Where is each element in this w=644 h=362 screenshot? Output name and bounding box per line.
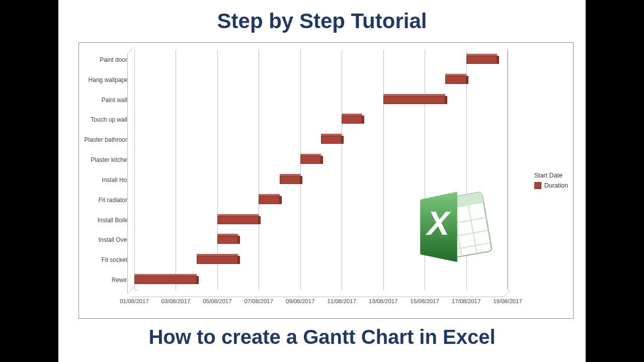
legend-label: Duration <box>544 180 568 191</box>
gantt-bar <box>466 56 498 64</box>
x-tick-label: 05/08/2017 <box>203 298 232 304</box>
x-tick-label: 15/08/2017 <box>410 298 439 304</box>
x-tick-label: 19/08/2017 <box>493 298 522 304</box>
gridline <box>134 50 135 290</box>
plot-sidewall <box>127 46 135 294</box>
y-tick-label: Fit radiators <box>79 197 130 204</box>
gridline <box>383 50 384 290</box>
gantt-bar <box>259 196 279 204</box>
y-axis-labels: RewireFit socketsInstall OvenInstall Boi… <box>79 50 132 290</box>
letterbox-right <box>586 0 644 362</box>
gantt-bar <box>217 216 259 224</box>
y-tick-label: Plaster kitchen <box>79 156 130 163</box>
gridline <box>300 50 301 290</box>
x-tick-label: 11/08/2017 <box>327 298 356 304</box>
x-tick-label: 13/08/2017 <box>369 298 398 304</box>
gantt-bar <box>445 76 466 84</box>
x-tick-label: 09/08/2017 <box>286 298 315 304</box>
gantt-chart: RewireFit socketsInstall OvenInstall Boi… <box>78 42 574 319</box>
y-tick-label: Install Hob <box>79 176 130 184</box>
gridline <box>466 50 467 290</box>
gridline <box>176 50 176 290</box>
y-tick-label: Rewire <box>79 277 130 284</box>
legend-swatch-duration <box>534 182 541 189</box>
gridline <box>508 50 508 290</box>
y-tick-label: Touch up walls <box>79 116 130 123</box>
x-tick-label: 01/08/2017 <box>120 298 149 304</box>
y-tick-label: Paint doors <box>79 56 130 63</box>
y-tick-label: Fit sockets <box>79 256 130 263</box>
x-tick-label: 07/08/2017 <box>245 298 274 304</box>
slide-title: Step by Step Tutorial <box>58 0 586 38</box>
gantt-bar <box>280 176 300 184</box>
gridline <box>425 50 425 290</box>
y-tick-label: Plaster bathroom <box>79 136 130 143</box>
gridline <box>259 50 259 290</box>
gantt-bar <box>383 96 446 104</box>
plot-backwall <box>134 50 508 290</box>
y-tick-label: Install Boiler <box>79 217 130 224</box>
gantt-bar <box>342 116 362 124</box>
x-axis-labels: 01/08/201703/08/201705/08/201707/08/2017… <box>134 293 508 315</box>
gantt-bar <box>217 236 238 244</box>
legend-item-duration: Duration <box>534 180 568 191</box>
y-tick-label: Hang wallpaper <box>79 76 130 83</box>
gantt-bar <box>197 256 238 264</box>
gantt-bar <box>134 276 197 284</box>
y-tick-label: Install Oven <box>79 236 130 243</box>
y-tick-label: Paint walls <box>79 97 130 104</box>
gantt-bar <box>300 156 321 164</box>
gridline <box>342 50 342 290</box>
legend-label: Start Date <box>534 170 562 180</box>
slide-subtitle: How to create a Gantt Chart in Excel <box>58 319 586 348</box>
gridline <box>217 50 218 290</box>
x-tick-label: 17/08/2017 <box>452 298 481 304</box>
legend-item-start-date: Start Date <box>534 170 568 180</box>
x-tick-label: 03/08/2017 <box>162 298 191 304</box>
chart-legend: Start Date Duration <box>534 170 568 191</box>
slide: Step by Step Tutorial RewireFit socketsI… <box>58 0 586 362</box>
plot-area <box>134 50 508 290</box>
gantt-bar <box>321 136 342 144</box>
letterbox-left <box>0 0 58 362</box>
